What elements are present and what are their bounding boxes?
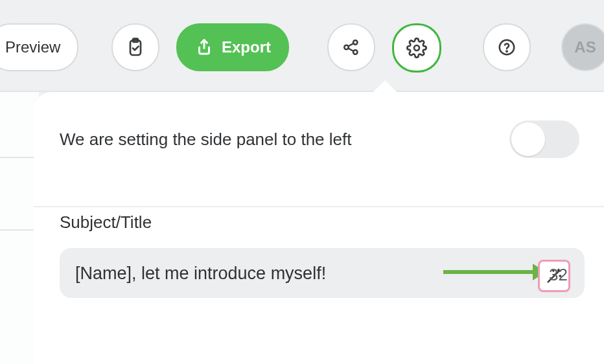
clipboard-button[interactable] xyxy=(111,23,159,71)
export-button[interactable]: Export xyxy=(176,23,289,71)
avatar[interactable]: AS xyxy=(561,23,604,71)
share-button[interactable] xyxy=(327,23,375,71)
side-panel-toggle-row: We are setting the side panel to the lef… xyxy=(60,117,585,162)
top-toolbar: Preview Export xyxy=(0,0,604,92)
share-icon xyxy=(342,38,361,57)
preview-button[interactable]: Preview xyxy=(0,23,78,71)
toggle-knob xyxy=(511,122,545,156)
help-button[interactable] xyxy=(483,23,531,71)
subject-char-count: 32 xyxy=(549,265,568,285)
side-panel-toggle-label: We are setting the side panel to the lef… xyxy=(60,130,351,150)
subject-field[interactable]: [Name], let me introduce myself! 32 xyxy=(60,248,585,298)
export-button-label: Export xyxy=(222,38,271,56)
avatar-initials: AS xyxy=(574,38,596,56)
clipboard-check-icon xyxy=(125,37,146,58)
question-icon xyxy=(497,38,517,57)
preview-button-label: Preview xyxy=(5,38,60,56)
side-panel-toggle[interactable] xyxy=(509,120,579,158)
settings-button[interactable] xyxy=(392,23,441,73)
divider xyxy=(34,206,604,207)
export-icon xyxy=(194,38,214,57)
background-page-rows xyxy=(0,84,39,364)
gear-icon xyxy=(406,38,427,58)
svg-point-5 xyxy=(414,45,419,51)
settings-popover: We are setting the side panel to the lef… xyxy=(34,92,604,364)
callout-arrow xyxy=(443,270,534,274)
subject-section-title: Subject/Title xyxy=(60,212,585,233)
svg-point-7 xyxy=(506,51,507,52)
